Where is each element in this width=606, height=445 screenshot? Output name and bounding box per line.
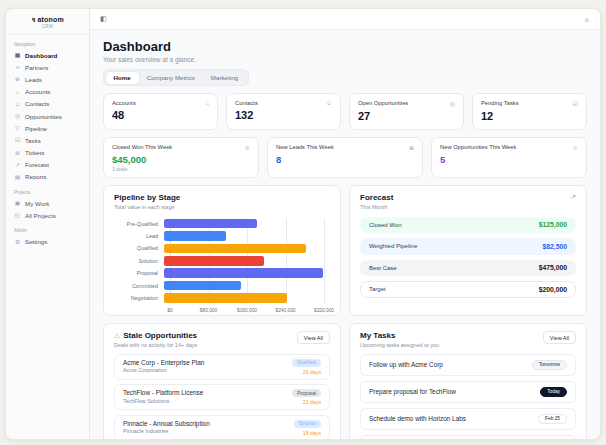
stat-value: 27 — [358, 110, 455, 122]
tab-home[interactable]: Home — [106, 72, 139, 84]
forecast-row-closed-won: Closed Won $125,000 — [360, 217, 576, 234]
chart-bar-row: Proposal — [114, 267, 330, 279]
panel-subtitle: Upcoming tasks assigned to you — [360, 342, 439, 348]
stale-opportunity-row[interactable]: Acme Corp - Enterprise PlanAcme Corporat… — [114, 354, 330, 380]
my-tasks-panel: My Tasks Upcoming tasks assigned to you … — [349, 323, 587, 439]
sidebar-item-label: Reports — [25, 173, 47, 180]
sidebar-item-tasks[interactable]: ☑Tasks — [6, 134, 89, 146]
brand-abbr: CRM — [10, 24, 85, 29]
pipeline-chart: Pre-QualifiedLeadQualifiedSolutionPropos… — [114, 218, 330, 305]
view-all-button[interactable]: View All — [543, 331, 576, 344]
page-title: Dashboard — [103, 39, 587, 54]
stat-value: $45,000 — [112, 154, 250, 165]
stat-value: 48 — [112, 109, 209, 121]
sidebar-toggle-icon[interactable]: ◧ — [100, 15, 107, 23]
stale-opportunities-panel: ⚠Stale Opportunities Deals with no activ… — [103, 323, 341, 439]
pipeline-panel: Pipeline by Stage Total value in each st… — [103, 185, 341, 316]
sidebar-item-label: My Work — [25, 200, 49, 207]
stale-opportunity-row[interactable]: TechFlow - Platform LicenseTechFlow Solu… — [114, 384, 330, 410]
sidebar-item-opportunities[interactable]: ◎Opportunities — [6, 110, 89, 122]
brand-name: atonom — [37, 16, 63, 23]
stale-opportunity-row[interactable]: Pinnacle - Annual SubscriptionPinnacle I… — [114, 415, 330, 440]
building-icon: ⌂ — [205, 100, 209, 106]
sidebar-item-all-projects[interactable]: ◱All Projects — [6, 209, 89, 221]
stat-label: Pending Tasks — [481, 100, 519, 106]
age-label: 18 days — [303, 430, 321, 436]
forecast-panel: Forecast This Month ↗ Closed Won $125,00… — [349, 185, 587, 316]
sidebar-item-dashboard[interactable]: ▦Dashboard — [6, 49, 89, 61]
grid-icon: ▦ — [14, 52, 21, 58]
brand[interactable]: ↯atonom CRM — [6, 9, 89, 35]
stale-list: Acme Corp - Enterprise PlanAcme Corporat… — [114, 354, 330, 440]
sidebar-item-tickets[interactable]: ✉Tickets — [6, 147, 89, 159]
tab-marketing[interactable]: Marketing — [203, 72, 246, 84]
theme-toggle-icon[interactable]: ☼ — [584, 16, 590, 23]
due-badge: Today — [540, 387, 567, 397]
chart-bar — [164, 293, 287, 303]
forecast-row-target: Target $200,000 — [360, 281, 576, 298]
stat-card-open-opportunities: Open Opportunities◎ 27 — [349, 93, 464, 130]
sidebar-item-my-work[interactable]: ▣My Work — [6, 197, 89, 209]
stat-value: 12 — [481, 110, 578, 122]
task-row[interactable]: Review contract terms - Pinnacle Feb 27 — [360, 435, 576, 440]
sidebar-item-label: Opportunities — [25, 113, 62, 120]
chart-bar-track — [164, 268, 324, 278]
sidebar-item-forecast[interactable]: ↗Forecast — [6, 159, 89, 171]
sidebar-item-reports[interactable]: ▤Reports — [6, 171, 89, 183]
sidebar-item-leads[interactable]: ⊕Leads — [6, 73, 89, 85]
stat-label: New Leads This Week — [276, 144, 334, 150]
stat-value: 5 — [440, 154, 578, 165]
forecast-label: Weighted Pipeline — [369, 243, 417, 249]
topbar: ◧ ☼ — [90, 9, 600, 30]
forecast-label: Target — [369, 286, 386, 292]
dashboard-content: Dashboard Your sales overview at a glanc… — [90, 30, 600, 439]
task-name: Follow up with Acme Corp — [369, 361, 443, 368]
ticket-icon: ✉ — [14, 150, 21, 156]
sidebar-nav: Navigation ▦Dashboard ∞Partners ⊕Leads ⌂… — [6, 35, 89, 248]
view-all-button[interactable]: View All — [297, 331, 330, 344]
lists-row: ⚠Stale Opportunities Deals with no activ… — [103, 323, 587, 439]
forecast-value: $475,000 — [539, 264, 567, 271]
chart-category-label: Solution — [114, 258, 164, 264]
task-row[interactable]: Follow up with Acme Corp Tomorrow — [360, 354, 576, 376]
handshake-icon: ∞ — [14, 64, 21, 70]
closed-won-card: Closed Won This Week♕ $45,000 3 deals — [103, 137, 259, 178]
x-tick-label: $80,000 — [200, 308, 217, 313]
nav-section-label: Projects — [6, 183, 89, 197]
sidebar-item-contacts[interactable]: ☺Contacts — [6, 98, 89, 110]
chart-rows: Pre-QualifiedLeadQualifiedSolutionPropos… — [114, 218, 330, 305]
sidebar-item-pipeline[interactable]: ▽Pipeline — [6, 122, 89, 134]
stat-value: 132 — [235, 109, 332, 121]
forecast-row-best-case: Best Case $475,000 — [360, 260, 576, 277]
chart-bar-track — [164, 281, 324, 291]
nav-section-label: Admin — [6, 221, 89, 235]
layout-icon: ◱ — [14, 212, 21, 218]
stat-label: Closed Won This Week — [112, 144, 172, 150]
chart-bar-row: Negotiation — [114, 292, 330, 304]
company-name: Pinnacle Industries — [123, 428, 210, 434]
sidebar-item-accounts[interactable]: ⌂Accounts — [6, 86, 89, 98]
sidebar-item-label: Contacts — [25, 100, 49, 107]
sidebar-item-settings[interactable]: ⚙Settings — [6, 235, 89, 247]
x-tick-label: $320,000 — [314, 308, 334, 313]
sidebar-item-partners[interactable]: ∞Partners — [6, 61, 89, 73]
task-row[interactable]: Schedule demo with Horizon Labs Feb 25 — [360, 408, 576, 430]
stage-badge: Qualified — [292, 359, 321, 367]
panel-title: Forecast — [360, 193, 393, 202]
stat-label: Accounts — [112, 100, 136, 106]
due-badge: Feb 25 — [538, 414, 567, 424]
task-row[interactable]: Prepare proposal for TechFlow Today — [360, 381, 576, 403]
forecast-row-weighted-pipeline: Weighted Pipeline $82,500 — [360, 238, 576, 255]
trophy-icon: ♕ — [245, 144, 250, 151]
briefcase-icon: ▣ — [14, 200, 21, 206]
stat-label: Open Opportunities — [358, 100, 408, 106]
warning-icon: ⚠ — [114, 332, 120, 340]
chart-category-label: Committed — [114, 283, 164, 289]
x-tick-label: $160,000 — [237, 308, 257, 313]
opportunity-name: TechFlow - Platform License — [123, 389, 203, 396]
age-label: 26 days — [303, 369, 321, 375]
stat-card-row: Accounts⌂ 48 Contacts☺ 132 Open Opportun… — [103, 93, 587, 130]
chart-xaxis: $0$80,000$160,000$240,000$320,000 — [170, 306, 324, 315]
tab-company-metrics[interactable]: Company Metrics — [139, 72, 203, 84]
stat-card-accounts: Accounts⌂ 48 — [103, 93, 218, 130]
